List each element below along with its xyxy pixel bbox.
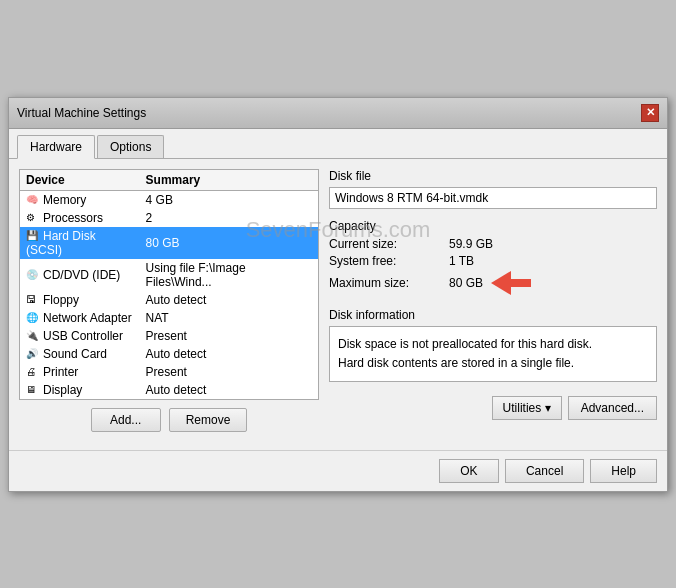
summary-cell: 80 GB	[140, 227, 319, 259]
device-table: Device Summary 🧠Memory 4 GB ⚙Processors …	[19, 169, 319, 400]
utilities-button[interactable]: Utilities ▾	[492, 396, 562, 420]
disk-info-box: Disk space is not preallocated for this …	[329, 326, 657, 382]
summary-cell: Auto detect	[140, 381, 319, 400]
summary-cell: 4 GB	[140, 190, 319, 209]
table-row[interactable]: 💿CD/DVD (IDE) Using file F:\Image Files\…	[20, 259, 319, 291]
summary-cell: Present	[140, 363, 319, 381]
disk-file-section: Disk file	[329, 169, 657, 209]
title-bar: Virtual Machine Settings ✕	[9, 98, 667, 129]
summary-cell: 2	[140, 209, 319, 227]
table-row[interactable]: 🖥Display Auto detect	[20, 381, 319, 400]
capacity-section: Capacity Current size: 59.9 GB System fr…	[329, 219, 657, 298]
tab-hardware[interactable]: Hardware	[17, 135, 95, 159]
device-icon: 🔊	[26, 348, 40, 360]
capacity-label: Capacity	[329, 219, 657, 233]
device-cell: 🔌USB Controller	[20, 327, 140, 345]
disk-info-label: Disk information	[329, 308, 657, 322]
main-content: SevenForums.com Device Summary 🧠Memory 4…	[9, 159, 667, 450]
dialog-button-row: OK Cancel Help	[9, 450, 667, 491]
device-cell: 🌐Network Adapter	[20, 309, 140, 327]
table-row[interactable]: 💾Hard Disk (SCSI) 80 GB	[20, 227, 319, 259]
device-icon: 🖥	[26, 384, 40, 396]
current-size-value: 59.9 GB	[449, 237, 493, 251]
device-cell: 🖫Floppy	[20, 291, 140, 309]
cancel-button[interactable]: Cancel	[505, 459, 584, 483]
system-free-label: System free:	[329, 254, 449, 268]
device-cell: 💾Hard Disk (SCSI)	[20, 227, 140, 259]
device-icon: 🖨	[26, 366, 40, 378]
current-size-row: Current size: 59.9 GB	[329, 237, 657, 251]
virtual-machine-settings-window: Virtual Machine Settings ✕ Hardware Opti…	[8, 97, 668, 492]
device-icon: 🖫	[26, 294, 40, 306]
summary-cell: Using file F:\Image Files\Wind...	[140, 259, 319, 291]
device-cell: 🔊Sound Card	[20, 345, 140, 363]
table-row[interactable]: 🌐Network Adapter NAT	[20, 309, 319, 327]
disk-info-line1: Disk space is not preallocated for this …	[338, 335, 648, 354]
table-row[interactable]: 🖨Printer Present	[20, 363, 319, 381]
table-row[interactable]: 🧠Memory 4 GB	[20, 190, 319, 209]
remove-button[interactable]: Remove	[169, 408, 248, 432]
device-icon: 💿	[26, 269, 40, 281]
right-panel: Disk file Capacity Current size: 59.9 GB…	[329, 169, 657, 440]
disk-info-section: Disk information Disk space is not preal…	[329, 308, 657, 382]
current-size-label: Current size:	[329, 237, 449, 251]
maximum-size-value: 80 GB	[449, 276, 483, 290]
device-cell: 🖨Printer	[20, 363, 140, 381]
window-title: Virtual Machine Settings	[17, 106, 146, 120]
utilities-row: Utilities ▾ Advanced...	[329, 396, 657, 420]
device-cell: 🧠Memory	[20, 190, 140, 209]
col-summary: Summary	[140, 169, 319, 190]
utilities-label: Utilities ▾	[503, 401, 551, 415]
device-cell: ⚙Processors	[20, 209, 140, 227]
device-icon: 🔌	[26, 330, 40, 342]
disk-info-line2: Hard disk contents are stored in a singl…	[338, 354, 648, 373]
device-icon: 🧠	[26, 194, 40, 206]
device-buttons: Add... Remove	[19, 400, 319, 440]
table-row[interactable]: ⚙Processors 2	[20, 209, 319, 227]
system-free-row: System free: 1 TB	[329, 254, 657, 268]
help-button[interactable]: Help	[590, 459, 657, 483]
summary-cell: NAT	[140, 309, 319, 327]
add-button[interactable]: Add...	[91, 408, 161, 432]
maximum-size-label: Maximum size:	[329, 276, 449, 290]
device-icon: ⚙	[26, 212, 40, 224]
table-row[interactable]: 🔊Sound Card Auto detect	[20, 345, 319, 363]
close-button[interactable]: ✕	[641, 104, 659, 122]
table-row[interactable]: 🔌USB Controller Present	[20, 327, 319, 345]
device-icon: 💾	[26, 230, 40, 242]
tab-options[interactable]: Options	[97, 135, 164, 158]
disk-file-input[interactable]	[329, 187, 657, 209]
left-panel: Device Summary 🧠Memory 4 GB ⚙Processors …	[19, 169, 319, 440]
summary-cell: Auto detect	[140, 291, 319, 309]
tab-bar: Hardware Options	[9, 129, 667, 159]
device-cell: 🖥Display	[20, 381, 140, 400]
system-free-value: 1 TB	[449, 254, 474, 268]
disk-file-label: Disk file	[329, 169, 657, 183]
arrow-indicator	[491, 271, 531, 295]
summary-cell: Present	[140, 327, 319, 345]
maximum-size-row: Maximum size: 80 GB	[329, 271, 657, 295]
table-row[interactable]: 🖫Floppy Auto detect	[20, 291, 319, 309]
ok-button[interactable]: OK	[439, 459, 499, 483]
summary-cell: Auto detect	[140, 345, 319, 363]
device-icon: 🌐	[26, 312, 40, 324]
advanced-button[interactable]: Advanced...	[568, 396, 657, 420]
col-device: Device	[20, 169, 140, 190]
device-cell: 💿CD/DVD (IDE)	[20, 259, 140, 291]
